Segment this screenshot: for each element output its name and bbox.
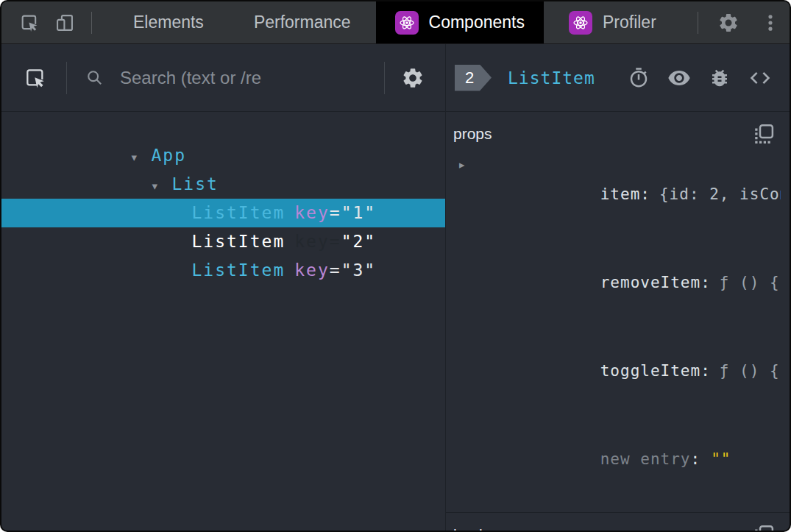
- prop-row-toggleitem: toggleItem:ƒ () {}: [453, 327, 781, 415]
- tab-elements[interactable]: Elements: [108, 1, 229, 43]
- new-entry-name-field[interactable]: new entry: [600, 450, 691, 468]
- collapse-arrow-icon[interactable]: ▾: [152, 172, 171, 201]
- component-inspector-pane: 2 ListItem: [446, 44, 790, 531]
- inspector-actions: [628, 66, 772, 90]
- component-name: ListItem: [191, 232, 285, 251]
- search-input[interactable]: [118, 67, 384, 89]
- tab-label: Components: [429, 13, 525, 32]
- new-entry-value-field[interactable]: "": [711, 450, 731, 468]
- selected-component-title: ListItem: [508, 68, 595, 88]
- tab-performance[interactable]: Performance: [229, 1, 376, 43]
- owners-stack-badge: 2: [455, 65, 492, 91]
- hooks-section-head: hooks: [453, 522, 781, 532]
- device-toolbar-icon[interactable]: [54, 13, 75, 33]
- inspect-element-icon[interactable]: [19, 13, 40, 33]
- select-element-icon[interactable]: [24, 66, 47, 90]
- prop-name: toggleItem: [600, 362, 700, 380]
- props-label: props: [453, 125, 492, 143]
- colon: :: [700, 274, 711, 291]
- toolbar-separator: [66, 62, 67, 94]
- copy-hooks-icon[interactable]: [753, 524, 775, 532]
- devtools-window: Elements Performance Components: [0, 0, 791, 532]
- more-options-icon[interactable]: [760, 13, 781, 33]
- search-icon: [85, 68, 105, 88]
- prop-name: removeItem: [600, 274, 700, 291]
- hooks-section: hooks Callback(handleDelete):ƒ (: [446, 513, 790, 532]
- view-source-code-icon[interactable]: [748, 66, 772, 90]
- component-name: List: [171, 174, 218, 194]
- hooks-label: hooks: [453, 526, 494, 532]
- tab-profiler[interactable]: Profiler: [544, 1, 681, 43]
- copy-props-icon[interactable]: [753, 123, 775, 145]
- prop-name: item: [600, 185, 641, 203]
- prop-row-item: ▸item:{id: 2, isComplete: t…: [453, 150, 781, 238]
- prop-row-removeitem: removeItem:ƒ () {}: [453, 238, 781, 327]
- react-logo-icon: [395, 11, 419, 35]
- props-section-head: props: [453, 121, 781, 147]
- component-name: ListItem: [191, 260, 285, 280]
- component-tree: ▾App ▾List ListItemkey="1" ListItemkey="…: [1, 112, 445, 531]
- component-tree-pane: ▾App ▾List ListItemkey="1" ListItemkey="…: [1, 44, 446, 531]
- key-attribute: key: [294, 203, 330, 222]
- tab-label: Elements: [133, 13, 204, 32]
- equals-sign: =: [330, 232, 341, 251]
- tree-settings-gear-icon[interactable]: [401, 66, 425, 90]
- suspend-timer-icon[interactable]: [628, 67, 650, 89]
- prop-row-new-entry[interactable]: new entry:"": [453, 415, 781, 503]
- tab-label: Performance: [254, 13, 351, 32]
- react-logo-icon: [569, 11, 592, 35]
- prop-value: {id: 2, isComplete: t…: [659, 185, 781, 203]
- equals-sign: =: [330, 260, 341, 280]
- tree-toolbar: [1, 44, 445, 112]
- tab-label: Profiler: [603, 13, 656, 32]
- tab-bar-separator: [91, 12, 92, 34]
- key-value: "1": [341, 203, 377, 222]
- prop-value: ƒ () {}: [720, 362, 781, 380]
- key-attribute: key: [294, 232, 330, 251]
- collapse-arrow-icon[interactable]: ▾: [131, 143, 151, 172]
- tree-row-app[interactable]: ▾App: [1, 113, 445, 141]
- props-section: props ▸item:{id: 2, isComplete:: [446, 112, 790, 513]
- devtools-tab-bar: Elements Performance Components: [1, 1, 790, 44]
- components-panel: ▾App ▾List ListItemkey="1" ListItemkey="…: [1, 44, 790, 531]
- tab-bar-separator: [698, 12, 698, 34]
- key-value: "2": [341, 232, 377, 251]
- key-attribute: key: [294, 260, 330, 280]
- inspector-header: 2 ListItem: [446, 44, 790, 112]
- inspect-dom-eye-icon[interactable]: [667, 66, 691, 90]
- toolbar-separator: [384, 62, 385, 94]
- colon: :: [700, 362, 711, 380]
- colon: :: [640, 185, 650, 203]
- prop-value: ƒ () {}: [720, 274, 781, 291]
- settings-gear-icon[interactable]: [717, 12, 739, 34]
- key-value: "3": [341, 260, 377, 280]
- props-list: ▸item:{id: 2, isComplete: t… removeItem:…: [453, 150, 781, 503]
- equals-sign: =: [330, 203, 341, 222]
- expand-arrow-icon[interactable]: ▸: [459, 150, 474, 180]
- log-bug-icon[interactable]: [709, 67, 731, 89]
- tab-components[interactable]: Components: [376, 1, 544, 43]
- component-name: ListItem: [191, 203, 285, 222]
- component-name: App: [151, 146, 186, 165]
- tab-bar-actions: [681, 12, 791, 34]
- colon: :: [691, 450, 701, 468]
